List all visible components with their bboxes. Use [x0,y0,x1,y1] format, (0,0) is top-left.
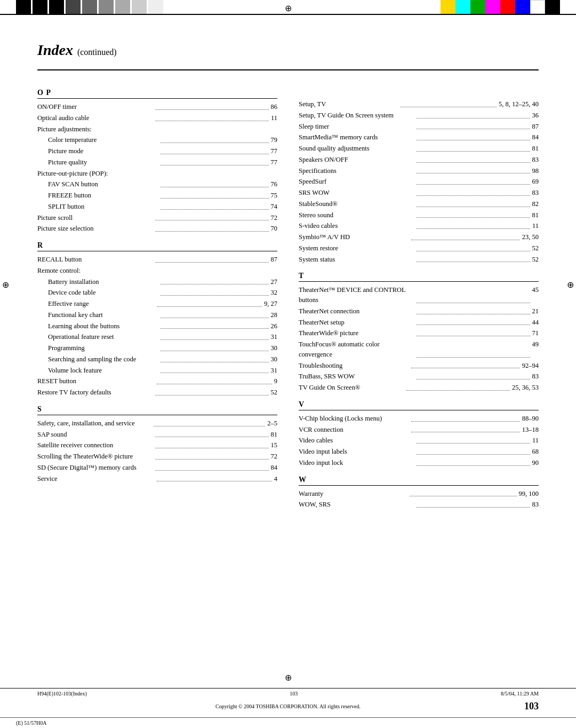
entry-dots [417,166,530,174]
entry-page: 30 [271,343,278,353]
entry-label: RECALL button [37,255,153,265]
entry-dots [155,387,269,395]
entry-label: Functional key chart [48,310,158,320]
top-block-4 [66,0,81,14]
entry-dots [417,144,530,152]
crosshair-top: ⊕ [285,3,292,13]
color-block-red [500,0,515,14]
entry-dots [161,135,269,143]
list-item: Picture size selection 70 [37,224,277,234]
right-column: Setup, TV 5, 8, 12–25, 40 Setup, TV Guid… [299,81,539,511]
entry-page: 75 [271,191,278,201]
list-item: Remote control: [37,266,277,276]
entry-label: Setup, TV [299,99,398,109]
list-item: Video input labels 68 [299,447,539,457]
page-content: Index(continued) O P ON/OFF timer 86 Opt… [0,15,576,553]
entry-label: Service [37,474,155,484]
section-w: W Warranty 99, 100 WOW, SRS 83 [299,476,539,510]
list-item: Service 4 [37,474,277,484]
entry-dots [417,110,530,118]
entry-page: 76 [271,179,278,189]
list-item: TheaterNet connection 21 [299,306,539,316]
list-item: TheaterNet™ DEVICE and CONTROL buttons 4… [299,285,539,305]
entry-dots [417,458,530,466]
entry-page: 98 [532,166,539,176]
list-item: Setup, TV Guide On Screen system 36 [299,110,539,121]
top-block-3 [49,0,64,14]
list-item: Picture mode 77 [37,146,277,156]
entry-dots [161,277,269,285]
crosshair-left: ⊕ [2,279,9,289]
entry-dots [417,318,530,326]
entry-label: Video input labels [299,447,414,457]
entry-label: StableSound® [299,199,414,209]
entry-page: 70 [271,224,278,234]
entry-page: 81 [271,430,278,440]
entry-label: SD (Secure Digital™) memory cards [37,463,153,473]
entry-page: 84 [532,132,539,143]
list-item: Battery installation 27 [37,277,277,287]
list-item: RESET button 9 [37,376,277,386]
list-item: Video cables 11 [299,436,539,446]
list-item: WOW, SRS 83 [299,500,539,510]
list-item: Restore TV factory defaults 52 [37,387,277,398]
footer-left-code: H94(E)102-103(Index) [37,691,87,697]
entry-label: RESET button [37,376,155,386]
list-item: Programming 30 [37,343,277,353]
list-item: Specifications 98 [299,166,539,176]
entry-dots [411,361,519,369]
footer-copyright: Copyright © 2004 TOSHIBA CORPORATION. Al… [215,703,361,709]
list-item: Satellite receiver connection 15 [37,440,277,450]
list-item: System status 52 [299,255,539,265]
entry-label: Safety, care, installation, and service [37,418,151,429]
bottom-left-code: (E) 51/57H0A [16,720,47,726]
entry-dots [155,440,269,448]
entry-page: 23, 50 [522,232,539,242]
list-item: TouchFocus® automatic color convergence … [299,339,539,360]
list-item: TV Guide On Screen® 25, 36, 53 [299,383,539,393]
entry-page: 25, 36, 53 [512,383,539,393]
entry-label: Scrolling the TheaterWide® picture [37,452,153,462]
section-header-op: O P [37,89,277,99]
entry-label: FREEZE button [48,191,158,201]
entry-page: 77 [271,146,278,156]
list-item: Searching and sampling the code 30 [37,354,277,365]
list-item: Picture adjustments: [37,124,277,134]
entry-dots [154,418,266,426]
entry-dots [161,354,269,362]
entry-label: TruBass, SRS WOW [299,371,414,382]
list-item: SpeedSurf 69 [299,177,539,187]
entry-label: S-video cables [299,221,414,231]
entry-label: Warranty [299,489,407,499]
entry-page: 83 [532,500,539,510]
entry-dots [417,132,530,140]
entry-page: 77 [271,157,278,168]
entry-dots [155,452,269,460]
entry-page: 83 [532,188,539,198]
list-item: Symbio™ A/V HD 23, 50 [299,232,539,242]
entry-dots [161,179,269,187]
entry-page: 4 [274,474,277,484]
entry-dots [417,177,530,185]
entry-label: SAP sound [37,430,153,440]
entry-label: SpeedSurf [299,177,414,187]
entry-dots [417,243,530,251]
entry-label: Restore TV factory defaults [37,387,153,398]
list-item: Optical audio cable 11 [37,113,277,123]
entry-dots [417,199,530,207]
list-item: TheaterNet setup 44 [299,318,539,328]
entry-label: ON/OFF timer [37,102,153,112]
list-item: Color temperature 79 [37,135,277,145]
entry-page: 74 [271,202,278,212]
list-item: SD (Secure Digital™) memory cards 84 [37,463,277,473]
entry-page: 81 [532,144,539,154]
entry-dots [417,155,530,163]
entry-page: 30 [271,354,278,365]
list-item: RECALL button 87 [37,255,277,265]
entry-page: 11 [532,221,539,231]
entry-page: 45 [532,285,539,305]
entry-page: 52 [532,243,539,254]
entry-label: Stereo sound [299,210,414,220]
top-block-7 [115,0,130,14]
entry-dots [161,343,269,351]
